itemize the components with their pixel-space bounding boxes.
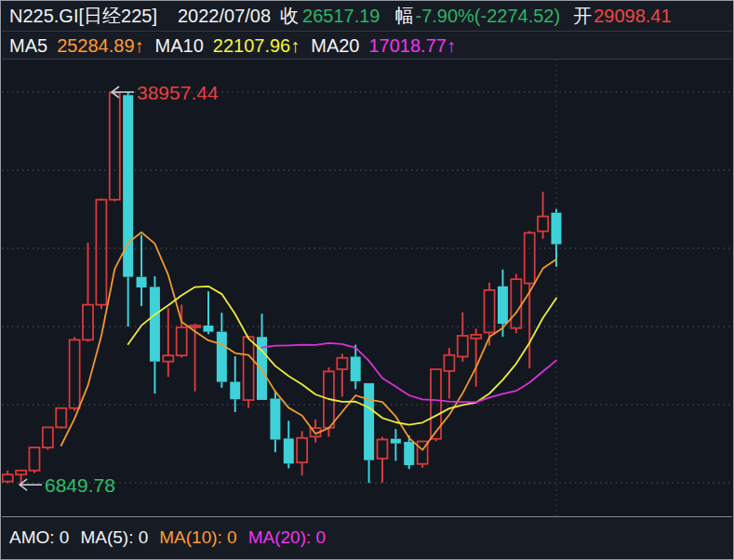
ma5-label: MA5 [9,35,47,57]
close-label: 收 [280,4,299,29]
kline-chart-area[interactable]: 38957.446849.78 [2,60,734,518]
title-bar: N225.GI[日经225] 2022/07/08 收 26517.19 幅 -… [2,2,732,32]
candle [123,92,133,327]
candle [163,308,173,377]
high-marker-label: 38957.44 [137,82,219,103]
candle [458,313,468,362]
candle [324,367,334,437]
candle [56,408,66,429]
low-marker-label: 6849.78 [45,474,115,496]
range-value: -7.90%(-2274.52) [416,6,561,27]
candle [284,420,294,468]
stock-chart-window: N225.GI[日经225] 2022/07/08 收 26517.19 幅 -… [0,0,734,560]
candle [551,209,561,267]
candle [110,92,120,202]
open-label: 开 [573,4,592,29]
candle [377,437,387,483]
ma5-line [61,233,556,450]
amo-value: AMO: 0 [9,527,69,548]
kline-chart[interactable]: 38957.446849.78 [2,60,734,518]
volume-indicator-bar: AMO: 0 MA(5): 0 MA(10): 0 MA(20): 0 [2,516,732,558]
candle [96,198,106,309]
range-label: 幅 [395,4,414,29]
candle [217,313,227,388]
candle [203,291,213,334]
open-value: 29098.41 [594,6,671,27]
candle [391,429,401,460]
candle [43,427,53,449]
candle [337,353,347,396]
candle [297,431,307,475]
ma20-label: MA20 [311,35,359,57]
close-value: 26517.19 [302,6,380,27]
ma-indicator-bar: MA5 25284.89↑ MA10 22107.96↑ MA20 17018.… [2,33,732,60]
candle [230,356,240,412]
candle [137,235,147,306]
candles [3,92,562,485]
low-marker: 6849.78 [20,474,115,496]
footer-ma20-value: MA(20): 0 [248,527,326,548]
candle [177,305,187,358]
candle [70,337,80,411]
ma20-line [262,343,557,403]
candle [270,391,280,452]
ma5-value: 25284.89↑ [57,35,143,57]
ma20-value: 17018.77↑ [368,35,455,57]
candle [511,273,521,333]
footer-ma5-value: MA(5): 0 [80,527,148,548]
candle [444,348,454,399]
quote-date: 2022/07/08 [178,6,271,27]
ma10-label: MA10 [155,35,204,57]
candle [244,336,254,408]
ma10-value: 22107.96↑ [213,35,300,57]
candle [538,192,548,238]
candle [29,447,39,473]
footer-ma10-value: MA(10): 0 [159,527,236,548]
candle [3,471,13,484]
ma-lines [61,233,556,450]
candle [150,276,160,393]
candle [311,420,321,443]
symbol-title: N225.GI[日经225] [9,4,157,29]
